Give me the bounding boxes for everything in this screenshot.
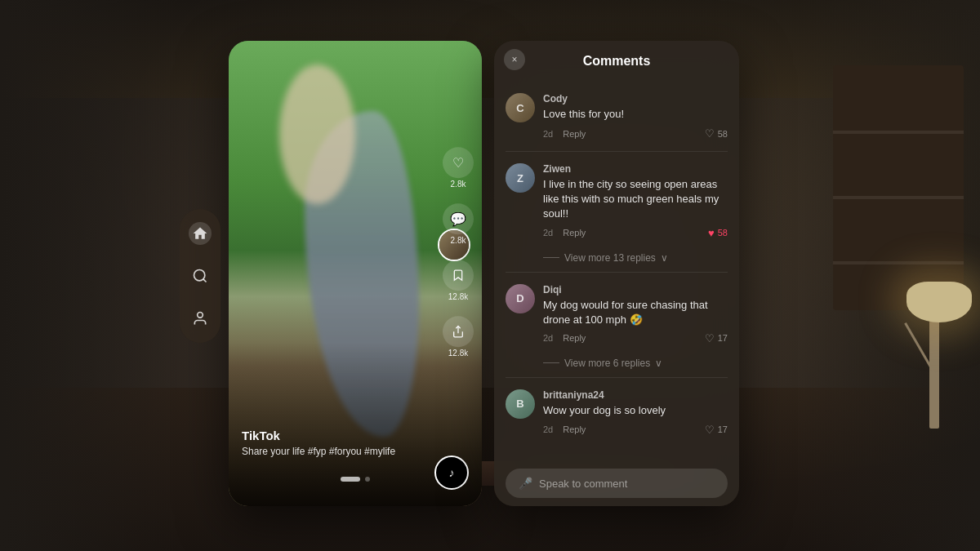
view-replies-label: View more 6 replies (564, 358, 650, 369)
microphone-icon: 🎤 (519, 477, 532, 490)
comment-time: 2d (543, 129, 553, 139)
comment-time: 2d (543, 333, 553, 343)
avatar-initial: B (506, 389, 535, 419)
comment-text: I live in the city so seeing open areas … (543, 177, 728, 222)
view-replies-diqi[interactable]: View more 6 replies ∨ (494, 353, 739, 374)
comment-username: Cody (543, 93, 728, 104)
shelf-row (833, 131, 964, 134)
reply-button[interactable]: Reply (563, 424, 586, 434)
comments-title: Comments (583, 54, 651, 68)
comment-action[interactable]: 💬 2.8k (443, 203, 474, 245)
close-button[interactable]: × (504, 49, 525, 70)
sidebar-item-profile[interactable] (189, 307, 212, 330)
like-button[interactable]: ♡ 17 (705, 424, 728, 436)
comments-panel: × Comments C Cody Love this for you! 2d … (494, 41, 739, 506)
svg-point-0 (194, 269, 205, 280)
shelf-row (833, 196, 964, 199)
lamp-shade (906, 282, 972, 322)
head-silhouette (279, 64, 355, 204)
bookmark-action[interactable]: 12.8k (443, 260, 474, 301)
like-icon: ♡ (443, 147, 474, 178)
divider (506, 377, 728, 378)
comment-username: Diqi (543, 284, 728, 295)
scroll-dot-1 (341, 477, 360, 482)
home-icon (192, 225, 208, 242)
comment-footer: 2d Reply ♡ 17 (506, 424, 728, 436)
comment-text: Love this for you! (543, 107, 728, 122)
share-svg (452, 325, 465, 338)
comment-footer: 2d Reply ♡ 17 (506, 332, 728, 344)
share-count: 12.8k (448, 349, 468, 358)
comment-input-area: 🎤 Speak to comment (494, 460, 739, 506)
share-icon (443, 316, 474, 347)
heart-icon: ♡ (705, 424, 715, 436)
view-replies-line (543, 257, 559, 258)
avatar: B (506, 389, 535, 419)
comment-item: Z Ziwen I live in the city so seeing ope… (494, 155, 739, 247)
heart-icon: ♡ (705, 127, 715, 140)
comment-item: B brittaniyna24 Wow your dog is so lovel… (494, 381, 739, 444)
like-button[interactable]: ♡ 17 (705, 332, 728, 344)
comment-username: brittaniyna24 (543, 389, 728, 401)
comment-main: B brittaniyna24 Wow your dog is so lovel… (506, 389, 728, 419)
view-replies-line (543, 362, 559, 363)
comment-footer: 2d Reply ♥ 58 (506, 227, 728, 239)
like-button[interactable]: ♡ 58 (705, 127, 728, 140)
comment-input-box[interactable]: 🎤 Speak to comment (506, 469, 728, 498)
video-caption: Share your life #fyp #foryou #mylife (242, 446, 425, 457)
reply-button[interactable]: Reply (563, 333, 586, 343)
avatar: Z (506, 163, 535, 193)
bookmark-count: 12.8k (448, 292, 468, 301)
comment-time: 2d (543, 424, 553, 434)
comment-text: My dog would for sure chasing that drone… (543, 298, 728, 327)
view-replies-label: View more 13 replies (564, 252, 656, 264)
share-action[interactable]: 12.8k (443, 316, 474, 358)
comment-username: Ziwen (543, 163, 728, 175)
chevron-down-icon: ∨ (661, 252, 668, 264)
chevron-down-icon: ∨ (655, 358, 662, 369)
profile-icon (192, 310, 208, 327)
reply-button[interactable]: Reply (563, 129, 586, 139)
shelf-row (833, 261, 964, 264)
like-button[interactable]: ♥ 58 (708, 227, 728, 239)
scroll-dot-2 (365, 477, 370, 482)
sidebar-item-home[interactable] (189, 222, 212, 245)
comments-header: × Comments (494, 41, 739, 78)
floor-lamp (929, 314, 939, 429)
avatar-initial: C (506, 93, 535, 122)
comment-time: 2d (543, 228, 553, 238)
view-replies-ziwen[interactable]: View more 13 replies ∨ (494, 247, 739, 269)
like-count: 58 (718, 129, 728, 139)
tiktok-logo-icon: ♪ (449, 466, 455, 479)
speak-to-comment-placeholder: Speak to comment (539, 478, 627, 490)
nav-sidebar (180, 209, 220, 343)
left-wall (0, 0, 180, 551)
tiktok-logo-area[interactable]: ♪ (434, 455, 469, 490)
like-count: 17 (718, 424, 728, 434)
svg-point-1 (198, 312, 203, 318)
tiktok-logo-button[interactable]: ♪ (434, 455, 469, 490)
reply-button[interactable]: Reply (563, 228, 586, 238)
action-buttons: ♡ 2.8k 💬 2.8k 12.8k 12.8k (443, 147, 474, 358)
bookshelf (833, 65, 964, 310)
comment-body: Cody Love this for you! (543, 93, 728, 122)
avatar: D (506, 284, 535, 313)
divider (506, 272, 728, 273)
avatar-initial: D (506, 284, 535, 313)
avatar: C (506, 93, 535, 122)
like-action[interactable]: ♡ 2.8k (443, 147, 474, 189)
scroll-indicator (341, 477, 370, 482)
comment-icon: 💬 (443, 203, 474, 234)
sidebar-item-search[interactable] (189, 264, 212, 287)
comment-count: 2.8k (451, 236, 466, 245)
comment-body: Ziwen I live in the city so seeing open … (543, 163, 728, 222)
comments-list: C Cody Love this for you! 2d Reply ♡ 58 (494, 78, 739, 460)
comment-item: D Diqi My dog would for sure chasing tha… (494, 276, 739, 353)
comment-main: C Cody Love this for you! (506, 93, 728, 122)
comment-main: D Diqi My dog would for sure chasing tha… (506, 284, 728, 327)
comment-body: Diqi My dog would for sure chasing that … (543, 284, 728, 327)
search-icon (192, 268, 208, 284)
comment-footer: 2d Reply ♡ 58 (506, 127, 728, 140)
like-count: 58 (718, 228, 728, 238)
heart-icon: ♡ (705, 332, 715, 344)
